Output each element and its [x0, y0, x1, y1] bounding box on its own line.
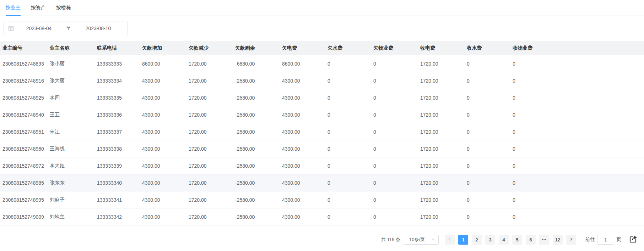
export-button[interactable] — [628, 235, 638, 245]
start-date-input[interactable]: 2023-08-04 — [14, 26, 64, 31]
cell-r0-c9: 1720.00 — [420, 61, 467, 67]
page-button-4[interactable]: 4 — [499, 235, 509, 245]
chevron-right-icon — [569, 237, 573, 242]
cell-r9-c7: 0 — [328, 214, 373, 220]
cell-r4-c3: 4300.00 — [142, 129, 189, 135]
column-header-4: 欠款减少 — [189, 45, 235, 51]
cell-r0-c5: -6880.00 — [235, 61, 282, 67]
goto-page-group: 前往 页 — [583, 235, 623, 245]
column-header-5: 欠款剩余 — [235, 45, 282, 51]
cell-r4-c0: 230808152748951 — [2, 129, 50, 135]
cell-r0-c3: 8600.00 — [142, 61, 189, 67]
next-page-button[interactable] — [566, 235, 576, 245]
cell-r8-c2: 133333341 — [97, 197, 142, 203]
table-row[interactable]: 230808152748972李大姐1333333394300.001720.0… — [0, 157, 644, 174]
page-button-6[interactable]: 6 — [526, 235, 536, 245]
table-row[interactable]: 230808152748916张大丽1333333344300.001720.0… — [0, 72, 644, 89]
cell-r1-c11: 0 — [513, 78, 644, 84]
cell-r0-c11: 0 — [513, 61, 644, 67]
table-row[interactable]: 230808152748893张小丽1333333338600.001720.0… — [0, 55, 644, 72]
cell-r4-c8: 0 — [373, 129, 420, 135]
cell-r6-c10: 0 — [467, 163, 513, 169]
cell-r1-c7: 0 — [328, 78, 373, 84]
table-row[interactable]: 230808152748951宋江1333333374300.001720.00… — [0, 123, 644, 140]
chevron-left-icon — [448, 237, 452, 242]
cell-r5-c2: 133333338 — [97, 146, 142, 152]
cell-r9-c1: 刘地主 — [50, 214, 97, 220]
cell-r7-c5: -2580.00 — [235, 180, 282, 186]
prev-page-button[interactable] — [445, 235, 455, 245]
cell-r9-c8: 0 — [373, 214, 420, 220]
cell-r5-c5: -2580.00 — [235, 146, 282, 152]
cell-r6-c4: 1720.00 — [189, 163, 235, 169]
cell-r1-c9: 1720.00 — [420, 78, 467, 84]
cell-r0-c7: 0 — [328, 61, 373, 67]
goto-page-input[interactable] — [597, 235, 614, 245]
cell-r1-c0: 230808152748916 — [2, 78, 50, 84]
cell-r0-c2: 133333333 — [97, 61, 142, 67]
cell-r9-c9: 1720.00 — [420, 214, 467, 220]
cell-r7-c0: 230808152748985 — [2, 180, 50, 186]
tab-2[interactable]: 按楼栋 — [56, 0, 71, 16]
cell-r6-c6: 4300.00 — [282, 163, 328, 169]
column-header-11: 收物业费 — [513, 45, 644, 51]
cell-r5-c7: 0 — [328, 146, 373, 152]
cell-r6-c0: 230808152748972 — [2, 163, 50, 169]
page-button-2[interactable]: 2 — [472, 235, 482, 245]
table-row[interactable]: 230808152748960王海线1333333384300.001720.0… — [0, 140, 644, 157]
cell-r0-c10: 0 — [467, 61, 513, 67]
cell-r5-c0: 230808152748960 — [2, 146, 50, 152]
cell-r1-c3: 4300.00 — [142, 78, 189, 84]
tab-1[interactable]: 按资产 — [31, 0, 46, 16]
table-body: 230808152748893张小丽1333333338600.001720.0… — [0, 55, 644, 225]
cell-r7-c11: 0 — [513, 180, 644, 186]
cell-r6-c8: 0 — [373, 163, 420, 169]
cell-r1-c4: 1720.00 — [189, 78, 235, 84]
page-button-3[interactable]: 3 — [485, 235, 495, 245]
table-row[interactable]: 230808152749009刘地主1333333424300.001720.0… — [0, 208, 644, 225]
cell-r3-c6: 4300.00 — [282, 112, 328, 118]
cell-r3-c11: 0 — [513, 112, 644, 118]
page-button-5[interactable]: 5 — [512, 235, 522, 245]
table-header-row: 业主编号业主名称联系电话欠款增加欠款减少欠款剩余欠电费欠水费欠物业费收电费收水费… — [0, 41, 644, 55]
table-row[interactable]: 230808152748925李四1333333354300.001720.00… — [0, 89, 644, 106]
column-header-8: 欠物业费 — [373, 45, 420, 51]
cell-r3-c4: 1720.00 — [189, 112, 235, 118]
cell-r5-c1: 王海线 — [50, 146, 97, 152]
cell-r3-c9: 1720.00 — [420, 112, 467, 118]
table-row[interactable]: 230808152748940王五1333333364300.001720.00… — [0, 106, 644, 123]
column-header-9: 收电费 — [420, 45, 467, 51]
page-button-1[interactable]: 1 — [458, 235, 468, 245]
pager-ellipsis[interactable]: ••• — [539, 235, 549, 245]
cell-r3-c1: 王五 — [50, 112, 97, 118]
end-date-input[interactable]: 2023-08-10 — [73, 26, 123, 31]
cell-r5-c9: 1720.00 — [420, 146, 467, 152]
page-size-value: 10条/页 — [409, 236, 425, 243]
cell-r2-c7: 0 — [328, 95, 373, 101]
page-size-select[interactable]: 10条/页 — [404, 235, 439, 245]
cell-r2-c3: 4300.00 — [142, 95, 189, 101]
tab-0[interactable]: 按业主 — [6, 0, 21, 16]
cell-r5-c3: 4300.00 — [142, 146, 189, 152]
cell-r0-c1: 张小丽 — [50, 61, 97, 67]
cell-r6-c3: 4300.00 — [142, 163, 189, 169]
cell-r5-c11: 0 — [513, 146, 644, 152]
cell-r0-c8: 0 — [373, 61, 420, 67]
table-row[interactable]: 230808152748985张东东1333333404300.001720.0… — [0, 174, 644, 191]
cell-r1-c6: 4300.00 — [282, 78, 328, 84]
cell-r2-c10: 0 — [467, 95, 513, 101]
cell-r2-c8: 0 — [373, 95, 420, 101]
cell-r6-c2: 133333339 — [97, 163, 142, 169]
pagination-bar: 共 119 条 10条/页 123456•••12 前往 页 — [0, 235, 644, 245]
page-button-12[interactable]: 12 — [553, 235, 563, 245]
cell-r7-c3: 4300.00 — [142, 180, 189, 186]
cell-r9-c11: 0 — [513, 214, 644, 220]
cell-r0-c0: 230808152748893 — [2, 61, 50, 67]
date-range-picker[interactable]: 2023-08-04 至 2023-08-10 — [4, 22, 128, 35]
chevron-down-icon — [431, 237, 435, 242]
column-header-0: 业主编号 — [2, 45, 50, 51]
cell-r6-c1: 李大姐 — [50, 163, 97, 169]
cell-r0-c6: 8600.00 — [282, 61, 328, 67]
table-row[interactable]: 230808152748995刘麻子1333333414300.001720.0… — [0, 191, 644, 208]
export-icon — [628, 235, 638, 245]
